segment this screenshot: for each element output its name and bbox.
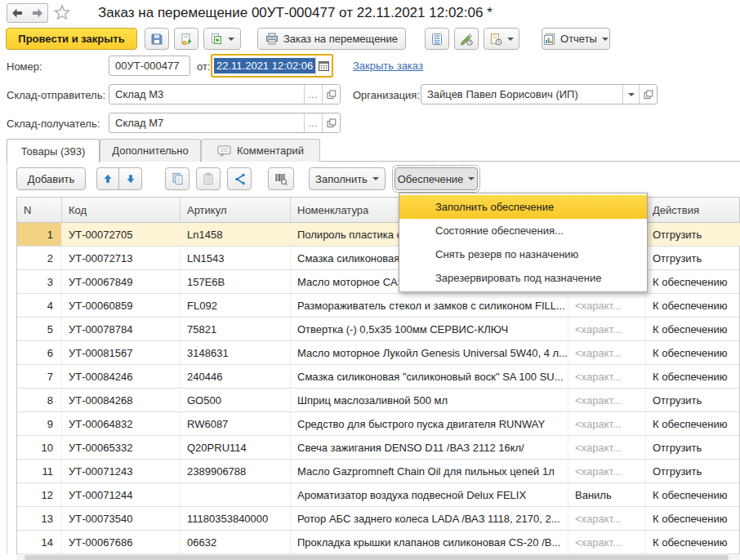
cell-n[interactable]: 2 <box>17 247 62 269</box>
cell-n[interactable]: 8 <box>17 389 62 411</box>
number-field[interactable]: 00УТ-000477 <box>109 56 190 76</box>
paste-button[interactable] <box>196 167 221 190</box>
column-header-n[interactable]: N <box>17 198 62 222</box>
cell-char[interactable]: <характ... <box>568 318 646 340</box>
cell-action[interactable]: К обеспечению <box>646 341 740 364</box>
table-row[interactable]: 6УТ-000815673148631Масло моторное Лукойл… <box>17 341 739 365</box>
cell-char[interactable]: <характ... <box>568 436 646 459</box>
cell-char[interactable]: <характ... <box>568 365 646 388</box>
cell-action[interactable]: Отгрузить <box>646 460 740 482</box>
cell-article[interactable]: Ln1458 <box>181 223 291 246</box>
cell-n[interactable]: 6 <box>17 341 62 364</box>
open-button[interactable] <box>322 85 340 104</box>
warehouse-from-field[interactable]: Склад М3 ... <box>109 84 341 104</box>
cell-code[interactable]: УТ-00084268 <box>62 389 181 411</box>
cell-name[interactable]: Свеча зажигания DENSO D11 /ВАЗ 2112 16кл… <box>291 436 568 459</box>
organization-field[interactable]: Зайцев Павел Борисович (ИП) <box>421 84 658 104</box>
cell-char[interactable]: <характ... <box>568 412 646 435</box>
close-order-link[interactable]: Закрыть заказ <box>353 60 423 72</box>
cell-char[interactable]: <характ... <box>568 531 646 553</box>
cell-article[interactable]: RW6087 <box>181 412 291 435</box>
cell-name[interactable]: Смазка силиконовая "силиконовый воск" SA… <box>291 365 568 388</box>
choose-button[interactable]: ... <box>304 85 322 104</box>
cell-code[interactable]: УТ-00072713 <box>62 247 181 269</box>
cell-name[interactable]: Масло Gazpromneft Chain Oil для пильных … <box>291 460 568 482</box>
cell-name[interactable]: Размораживатель стекол и замков с силико… <box>291 294 568 317</box>
cell-char[interactable]: Ваниль <box>568 483 646 506</box>
horizontal-scrollbar-thumb[interactable] <box>25 555 729 560</box>
cell-n[interactable]: 10 <box>17 436 62 459</box>
table-row[interactable]: 4УТ-00060859FL092Размораживатель стекол … <box>17 294 739 318</box>
split-rows-button[interactable] <box>227 167 252 190</box>
column-header-actions[interactable]: Действия <box>646 198 740 222</box>
cell-n[interactable]: 12 <box>17 483 62 506</box>
cell-article[interactable]: 06632 <box>181 531 291 553</box>
cell-n[interactable]: 11 <box>17 460 62 482</box>
edit-history-button[interactable] <box>454 28 479 50</box>
table-row[interactable]: 8УТ-00084268GO500Шприц маслозаливной 500… <box>17 389 739 412</box>
cell-name[interactable]: Шприц маслозаливной 500 мл <box>291 389 568 411</box>
post-and-close-button[interactable]: Провести и закрыть <box>6 28 137 50</box>
cell-article[interactable]: 11180353840000 <box>181 507 291 530</box>
table-row[interactable]: 11УТ-000712432389906788Масло Gazpromneft… <box>17 460 739 483</box>
organization-dropdown-button[interactable] <box>622 85 639 104</box>
cell-action[interactable]: Отгрузить <box>646 389 740 411</box>
cell-article[interactable] <box>181 483 291 506</box>
move-down-button[interactable] <box>119 167 142 190</box>
column-header-code[interactable]: Код <box>62 198 181 222</box>
cell-article[interactable]: 240446 <box>181 365 291 388</box>
table-row[interactable]: 14УТ-0006768606632Прокладка крышки клапа… <box>17 531 739 554</box>
cell-article[interactable]: 3148631 <box>181 341 291 364</box>
document-structure-button[interactable] <box>425 28 449 50</box>
cell-code[interactable]: УТ-00060859 <box>62 294 181 317</box>
cell-name[interactable]: Средство для быстрого пуска двигателя RU… <box>291 412 568 435</box>
table-row[interactable]: 10УТ-00065332Q20PRU114Свеча зажигания DE… <box>17 436 739 460</box>
cell-name[interactable]: Масло моторное Лукойл Genesis Universal … <box>291 341 568 364</box>
cell-code[interactable]: УТ-00081567 <box>62 341 181 364</box>
table-row[interactable]: 12УТ-00071244Ароматизатор воздуха подвес… <box>17 483 739 507</box>
cell-char[interactable]: <характ... <box>568 294 646 317</box>
cell-code[interactable]: УТ-00071243 <box>62 460 181 482</box>
reports-button[interactable]: Отчеты <box>542 28 610 50</box>
cell-n[interactable]: 7 <box>17 365 62 388</box>
print-button[interactable]: Заказ на перемещение <box>257 28 406 50</box>
cell-action[interactable]: К обеспечению <box>646 365 740 388</box>
cell-char[interactable]: <характ... <box>568 389 646 411</box>
tab-goods[interactable]: Товары (393) <box>7 139 100 162</box>
table-row[interactable]: 13УТ-0007354011180353840000Ротор АБС зад… <box>17 507 739 531</box>
table-row[interactable]: 9УТ-00064832RW6087Средство для быстрого … <box>17 412 739 436</box>
choose-button[interactable]: ... <box>304 113 322 132</box>
cell-n[interactable]: 14 <box>17 531 62 553</box>
cell-n[interactable]: 4 <box>17 294 62 317</box>
create-based-on-button[interactable] <box>203 28 241 50</box>
cell-name[interactable]: Отвертка (-) 0,5x35 100мм СЕРВИС-КЛЮЧ <box>291 318 568 340</box>
tab-comment[interactable]: Комментарий <box>201 139 320 162</box>
column-header-article[interactable]: Артикул <box>181 198 291 222</box>
move-up-button[interactable] <box>96 167 119 190</box>
cell-article[interactable]: Q20PRU114 <box>181 436 291 459</box>
table-row[interactable]: 5УТ-0007878475821Отвертка (-) 0,5x35 100… <box>17 318 739 341</box>
open-button[interactable] <box>639 85 657 104</box>
menu-item[interactable]: Состояние обеспечения... <box>399 219 647 242</box>
cell-code[interactable]: УТ-00084246 <box>62 365 181 388</box>
cell-code[interactable]: УТ-00073540 <box>62 507 181 530</box>
cell-name[interactable]: Ротор АБС заднего колеса LADA /ВАЗ 1118,… <box>291 507 568 530</box>
supply-button[interactable]: Обеспечение <box>395 167 478 190</box>
cell-n[interactable]: 13 <box>17 507 62 530</box>
cell-action[interactable]: К обеспечению <box>646 531 740 553</box>
barcode-scan-button[interactable] <box>268 167 294 190</box>
table-row[interactable]: 7УТ-00084246240446Смазка силиконовая "си… <box>17 365 739 389</box>
tab-additional[interactable]: Дополнительно <box>100 139 201 162</box>
document-log-button[interactable] <box>484 28 519 50</box>
calendar-button[interactable] <box>315 56 332 76</box>
favorite-star-icon[interactable] <box>52 2 72 22</box>
menu-item[interactable]: Зарезервировать под назначение <box>399 266 647 290</box>
cell-code[interactable]: УТ-00067686 <box>62 531 181 553</box>
back-button[interactable] <box>7 3 28 23</box>
cell-n[interactable]: 5 <box>17 318 62 340</box>
fill-button[interactable]: Заполнить <box>309 167 386 190</box>
cell-action[interactable]: К обеспечению <box>646 270 740 293</box>
cell-action[interactable]: К обеспечению <box>646 318 740 340</box>
cell-action[interactable]: Отгрузить <box>646 223 740 246</box>
forward-button[interactable] <box>27 3 48 23</box>
